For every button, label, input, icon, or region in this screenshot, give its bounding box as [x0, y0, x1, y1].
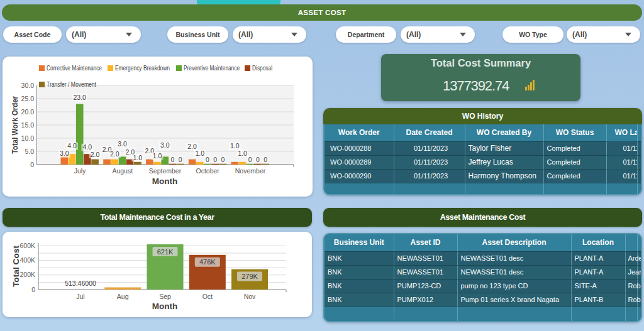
svg-text:15.0: 15.0 — [21, 121, 35, 129]
svg-text:0: 0 — [179, 156, 182, 163]
svg-text:2.0: 2.0 — [91, 151, 100, 158]
svg-text:200K: 200K — [19, 271, 35, 278]
svg-text:1.0: 1.0 — [230, 142, 240, 149]
svg-text:September: September — [149, 167, 182, 175]
svg-text:0: 0 — [31, 286, 35, 293]
svg-text:Sep: Sep — [159, 293, 171, 300]
svg-text:1.0: 1.0 — [153, 152, 162, 160]
svg-text:Disposal: Disposal — [252, 65, 272, 72]
svg-text:Preventive Maintenance: Preventive Maintenance — [184, 65, 240, 72]
svg-text:1.0: 1.0 — [238, 149, 247, 157]
svg-text:5.0: 5.0 — [25, 148, 34, 155]
svg-text:600K: 600K — [19, 242, 35, 249]
svg-text:November: November — [235, 167, 266, 175]
svg-text:October: October — [196, 167, 220, 175]
svg-text:621K: 621K — [157, 248, 174, 256]
svg-text:0: 0 — [248, 156, 252, 163]
svg-text:513.46000: 513.46000 — [65, 279, 96, 287]
svg-text:Transfer / Movement: Transfer / Movement — [47, 81, 96, 88]
svg-text:July: July — [74, 167, 86, 175]
svg-text:23.0: 23.0 — [73, 94, 86, 101]
svg-text:1.0: 1.0 — [195, 149, 204, 157]
svg-text:Total Work Order: Total Work Order — [10, 95, 19, 154]
svg-text:0: 0 — [30, 161, 34, 168]
svg-text:August: August — [112, 167, 133, 175]
svg-text:476K: 476K — [199, 258, 216, 266]
svg-text:Month: Month — [152, 176, 177, 186]
svg-text:Oct: Oct — [203, 293, 213, 300]
svg-text:2.0: 2.0 — [187, 143, 197, 150]
svg-text:Month: Month — [152, 301, 177, 311]
svg-text:2.0: 2.0 — [110, 150, 119, 158]
svg-text:4.0: 4.0 — [83, 143, 92, 151]
svg-text:Corrective Maintenance: Corrective Maintenance — [47, 65, 102, 72]
svg-text:279K: 279K — [242, 273, 258, 280]
svg-text:Emergency Breakdown: Emergency Breakdown — [115, 65, 170, 72]
svg-text:10.0: 10.0 — [21, 134, 35, 142]
svg-text:3.0: 3.0 — [160, 141, 170, 149]
svg-text:4.0: 4.0 — [67, 142, 77, 149]
svg-text:400K: 400K — [19, 256, 35, 264]
svg-text:0: 0 — [206, 156, 209, 163]
svg-text:0: 0 — [213, 156, 217, 163]
svg-text:20.0: 20.0 — [21, 108, 35, 116]
svg-text:1.0: 1.0 — [133, 154, 143, 161]
svg-text:25.0: 25.0 — [21, 95, 35, 102]
svg-text:30.0: 30.0 — [21, 82, 35, 89]
svg-text:0: 0 — [256, 156, 260, 163]
svg-text:0: 0 — [264, 156, 267, 163]
svg-text:Nov: Nov — [244, 293, 256, 300]
svg-text:3.0: 3.0 — [118, 140, 127, 148]
svg-text:Jul: Jul — [76, 293, 84, 300]
svg-text:Aug: Aug — [117, 293, 129, 300]
svg-text:0: 0 — [170, 156, 174, 163]
svg-text:Total Cost: Total Cost — [11, 245, 21, 287]
svg-text:3.0: 3.0 — [60, 149, 69, 157]
svg-text:0: 0 — [221, 156, 225, 163]
